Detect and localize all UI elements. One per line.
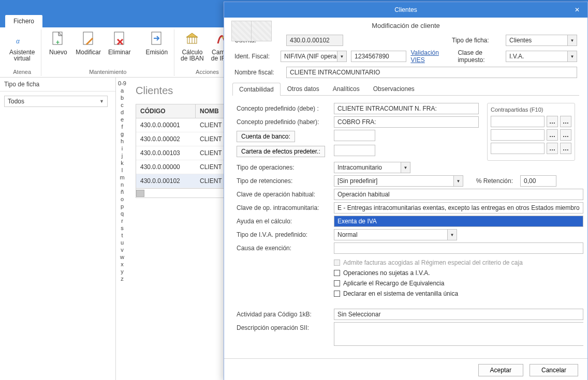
chk-ventanilla[interactable]: Declarar en el sistema de ventanilla úni… [334,290,583,297]
pct-ret-field[interactable]: 0,00 [520,175,556,187]
ayuda-combo[interactable]: Exenta de IVA▼ [334,216,583,227]
tipo-op-value: Intracomunitario [334,162,401,173]
tipo-op-combo[interactable]: Intracomunitario▼ [334,162,410,173]
nombre-field[interactable]: CLIENTE INTRACOMUNITARIO [286,67,577,78]
alpha-y[interactable]: y [117,268,127,275]
modal-subtitle: Modificación de cliente [228,22,583,29]
alpha-x[interactable]: x [117,261,127,268]
lookup-button[interactable]: … [547,116,558,127]
group-title-mant: Mantenimiento [46,69,170,76]
lookup-button[interactable]: … [560,129,571,141]
alpha-h[interactable]: h [117,138,127,145]
tab-observaciones[interactable]: Observaciones [366,82,421,95]
alpha-j[interactable]: j [117,152,127,159]
chk-no-sujetas[interactable]: Operaciones no sujetas a I.V.A. [334,269,583,277]
tab-contabilidad[interactable]: Contabilidad [232,83,281,96]
cliente-modal: Clientes ✕ Modificación de cliente Cuent… [224,2,588,380]
cartera-button[interactable]: Cartera de efectos predeter.: [237,146,325,157]
asistente-virtual-button[interactable]: α Asistente virtual [7,29,37,63]
ident-value-field[interactable]: 1234567890 [351,51,406,62]
tipo-iva-value: Normal [334,229,448,240]
contra-field-2[interactable] [491,129,545,141]
tipo-ret-combo[interactable]: [Sin predefinir]▼ [334,175,463,187]
alpha-m[interactable]: m [117,174,127,181]
cartera-field[interactable] [334,145,375,156]
alpha-l[interactable]: l [117,166,127,174]
validacion-vies-link[interactable]: Validación VIES [410,49,449,64]
svg-text:α: α [16,38,20,45]
lookup-button[interactable]: … [547,129,558,141]
alpha-k[interactable]: k [117,159,127,166]
alpha-q[interactable]: q [117,210,127,217]
calculo-iban-button[interactable]: Cálculo de IBAN [179,29,206,63]
alpha-z[interactable]: z [117,275,127,282]
cuenta-banco-button[interactable]: Cuenta de banco: [237,131,295,142]
col-codigo[interactable]: CÓDIGO [136,104,196,118]
alpha-p[interactable]: p [117,203,127,210]
tab-analíticos[interactable]: Analíticos [326,82,366,95]
alpha-g[interactable]: g [117,130,127,138]
cuenta-banco-field[interactable] [334,130,375,141]
emision-button[interactable]: Emisión [143,29,170,56]
nombre-label: Nombre fiscal: [234,69,282,76]
tipo-iva-combo[interactable]: Normal▼ [334,229,457,240]
iban-label: Cálculo de IBAN [181,49,204,62]
tab-otros-datos[interactable]: Otros datos [281,82,326,95]
svg-text:+: + [56,39,60,46]
alpha-r[interactable]: r [117,217,127,224]
causa-value [334,242,583,254]
alpha-s[interactable]: s [117,224,127,232]
lookup-button[interactable]: … [560,116,571,127]
eliminar-button[interactable]: Eliminar [106,29,133,56]
tipo-ficha-panel: Tipo de ficha Todos ▼ [0,78,116,380]
chk-recargo[interactable]: Aplicarle el Recargo de Equivalencia [334,280,583,287]
cancelar-button[interactable]: Cancelar [530,364,578,376]
alpha-t[interactable]: t [117,232,127,239]
modal-title: Clientes [394,6,417,13]
alpha-f[interactable]: f [117,123,127,130]
ribbon-tab-fichero[interactable]: Fichero [5,15,42,27]
contra-field-3[interactable] [491,143,545,154]
contra-field-1[interactable] [491,116,545,127]
alpha-v[interactable]: v [117,246,127,253]
alpha-a[interactable]: a [117,87,127,94]
alpha-e[interactable]: e [117,116,127,123]
cell-codigo: 430.0.0.00103 [136,146,196,160]
alpha-i[interactable]: i [117,145,127,152]
chk-criterio-caja: Admite facturas acogidas al Régimen espe… [334,259,583,266]
haber-field[interactable]: COBRO FRA: [334,116,479,128]
alpha-u[interactable]: u [117,239,127,246]
tipo-ficha-select[interactable]: Todos ▼ [4,96,108,107]
alpha-d[interactable]: d [117,109,127,116]
modificar-button[interactable]: Modificar [74,29,103,56]
alpha-o[interactable]: o [117,195,127,203]
alpha-c[interactable]: c [117,101,127,109]
image-placeholder[interactable] [231,21,272,41]
desc-sii-textarea[interactable]: ▲▼ [334,322,583,346]
nuevo-label: Nuevo [49,49,67,55]
modal-footer: Aceptar Cancelar [224,358,587,380]
alpha-0-9[interactable]: 0-9 [117,80,127,87]
lookup-button[interactable]: … [547,143,558,154]
close-button[interactable]: ✕ [567,2,587,18]
alpha-ñ[interactable]: ñ [117,188,127,195]
alpha-w[interactable]: w [117,253,127,261]
causa-combo[interactable]: ▼ [334,242,583,254]
lookup-button[interactable]: … [560,143,571,154]
debe-field[interactable]: CLIENTE INTRACOMUNIT N. FRA: [334,103,479,114]
clave-intra-combo[interactable]: E - Entregas intracomunitarias exentas, … [334,202,583,214]
alpha-index: 0-9abcdefghijklmnñopqrstuvwxyz [116,78,128,380]
clase-imp-combo[interactable]: I.V.A.▼ [506,51,577,62]
clave-hab-combo[interactable]: Operación habitual▼ [334,189,583,200]
nuevo-button[interactable]: +Nuevo [46,29,70,56]
clase-imp-label: Clase de impuesto: [458,49,502,64]
modal-body: Modificación de cliente Cuenta: 430.0.0.… [224,18,587,358]
modal-titlebar[interactable]: Clientes ✕ [224,2,587,18]
actividad-value: Sin Seleccionar [334,309,583,320]
alpha-b[interactable]: b [117,94,127,101]
aceptar-button[interactable]: Aceptar [478,364,523,376]
ident-tipo-combo[interactable]: NIF/IVA (NIF operad▼ [281,51,347,62]
alpha-n[interactable]: n [117,181,127,188]
tipo-ficha-combo[interactable]: Clientes▼ [506,35,577,46]
actividad-combo[interactable]: Sin Seleccionar▼ [334,309,583,320]
